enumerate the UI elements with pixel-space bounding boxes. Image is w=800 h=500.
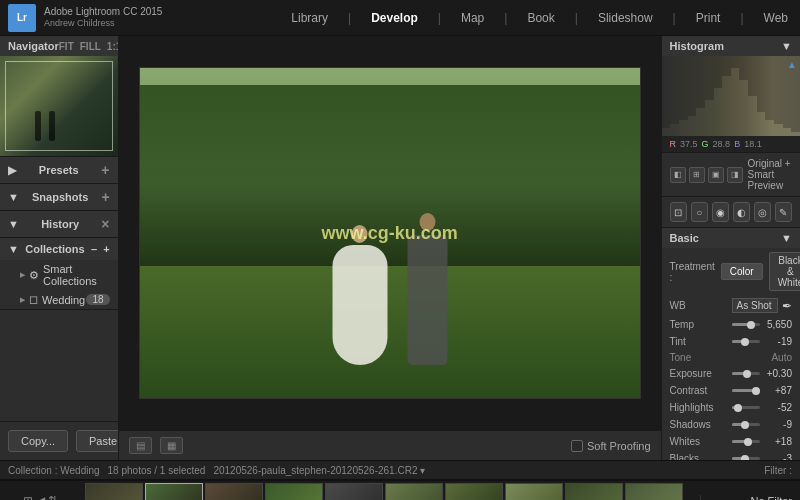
copy-button[interactable]: Copy... [8,430,68,452]
contrast-thumb[interactable] [752,387,760,395]
contrast-slider[interactable] [732,389,760,392]
histogram-label: Histogram [670,40,724,52]
soft-proof-checkbox[interactable] [571,440,583,452]
film-thumb[interactable] [385,483,443,501]
basic-section-header[interactable]: Basic ▼ [662,228,800,248]
film-thumb[interactable] [625,483,683,501]
software-name: Adobe Lightroom CC 2015 [44,5,287,18]
collections-remove-icon[interactable]: – [91,243,97,255]
brush-tool[interactable]: ✎ [775,202,792,222]
main-layout: Navigator FIT FILL 1:1 2:1 [0,36,800,460]
rgb-r-val: 37.5 [680,139,698,149]
tint-slider[interactable] [732,340,760,343]
history-close-icon[interactable]: × [101,216,109,232]
film-thumb-img [146,484,202,501]
whites-thumb[interactable] [744,438,752,446]
shadows-thumb[interactable] [741,421,749,429]
tint-slider-row: Tint -19 [662,333,800,350]
nav-web[interactable]: Web [760,9,792,27]
histogram-header[interactable]: Histogram ▼ [662,36,800,56]
zoom-fit[interactable]: FIT [59,41,74,52]
photo-area: www.cg-ku.com [119,36,661,430]
blacks-label: Blacks [670,453,728,460]
histogram-rgb-values: R 37.5 G 28.8 B 18.1 [662,136,800,152]
nav-book[interactable]: Book [523,9,558,27]
compare-before-icon[interactable]: ◧ [670,167,686,183]
whites-slider[interactable] [732,440,760,443]
presets-add-icon[interactable]: + [101,162,109,178]
wb-value[interactable]: As Shot [732,298,778,313]
wedding-collection-item[interactable]: ▶ ◻ Wedding 18 [0,290,118,309]
filename: 20120526-paula_stephen-20120526-261.CR2 … [213,465,425,476]
snapshots-add-icon[interactable]: + [101,189,109,205]
auto-btn[interactable]: Auto [771,352,792,363]
film-thumb[interactable] [145,483,203,501]
compare-side-icon[interactable]: ▣ [708,167,724,183]
highlights-thumb[interactable] [734,404,742,412]
zoom-fill[interactable]: FILL [80,41,101,52]
right-panel: Histogram ▼ [661,36,800,460]
temp-thumb[interactable] [747,321,755,329]
film-thumb[interactable] [565,483,623,501]
crop-tool[interactable]: ⊡ [670,202,687,222]
snapshots-header[interactable]: ▼ Snapshots + [0,184,118,210]
filmstrip-grid-icon[interactable]: ⊞ [23,494,33,501]
gradient-tool[interactable]: ◐ [733,202,750,222]
view-loupe-btn[interactable]: ▦ [160,437,183,454]
tint-thumb[interactable] [741,338,749,346]
film-thumb[interactable] [85,483,143,501]
collections-header[interactable]: ▼ Collections – + [0,238,118,260]
wb-row: WB As Shot ✒ [662,295,800,316]
zoom-1-1[interactable]: 1:1 [107,41,119,52]
film-thumb[interactable] [325,483,383,501]
highlights-slider[interactable] [732,406,760,409]
paste-button[interactable]: Paste [76,430,119,452]
red-eye-tool[interactable]: ◉ [712,202,729,222]
groom-head [419,213,435,231]
presets-header[interactable]: ▶ Presets + [0,157,118,183]
film-thumb[interactable] [205,483,263,501]
view-grid-btn[interactable]: ▤ [129,437,152,454]
nav-library[interactable]: Library [287,9,332,27]
treatment-color-btn[interactable]: Color [721,263,763,280]
rgb-g-val: 28.8 [713,139,731,149]
radial-tool[interactable]: ◎ [754,202,771,222]
bride-dress [332,245,387,365]
nav-map[interactable]: Map [457,9,488,27]
film-thumb[interactable] [445,483,503,501]
contrast-label: Contrast [670,385,728,396]
exposure-slider[interactable] [732,372,760,375]
tint-value: -19 [764,336,792,347]
main-nav: Library | Develop | Map | Book | Slidesh… [287,9,792,27]
film-thumb-img [206,484,262,501]
eyedropper-icon[interactable]: ✒ [782,299,792,313]
blacks-slider[interactable] [732,457,760,460]
histogram-display: ▲ [662,56,800,136]
spot-heal-tool[interactable]: ○ [691,202,708,222]
temp-slider[interactable] [732,323,760,326]
nav-develop[interactable]: Develop [367,9,422,27]
exposure-thumb[interactable] [743,370,751,378]
film-thumb[interactable] [505,483,563,501]
navigator-header[interactable]: Navigator FIT FILL 1:1 2:1 [0,36,118,56]
history-header[interactable]: ▼ History × [0,211,118,237]
film-thumb[interactable] [265,483,323,501]
nav-slideshow[interactable]: Slideshow [594,9,657,27]
blacks-value: -3 [764,453,792,460]
treatment-bw-btn[interactable]: Black & White [769,252,800,291]
shadows-slider[interactable] [732,423,760,426]
filmstrip-sort-icon[interactable]: ⇅ [48,494,58,501]
rgb-r-label: R [670,139,677,149]
compare-split-icon[interactable]: ⊞ [689,167,705,183]
film-thumb-img [326,484,382,501]
nav-print[interactable]: Print [692,9,725,27]
compare-after-icon[interactable]: ◨ [727,167,743,183]
filmstrip-prev-icon[interactable]: ◀ [36,494,45,501]
soft-proofing-toggle[interactable]: Soft Proofing [571,440,651,452]
photo-toolbar: ▤ ▦ Soft Proofing [119,430,661,460]
history-label: History [41,218,79,230]
collections-add-icon[interactable]: + [103,243,109,255]
smart-collections-item[interactable]: ▶ ⚙ Smart Collections [0,260,118,290]
blacks-thumb[interactable] [741,455,749,461]
basic-label: Basic [670,232,699,244]
